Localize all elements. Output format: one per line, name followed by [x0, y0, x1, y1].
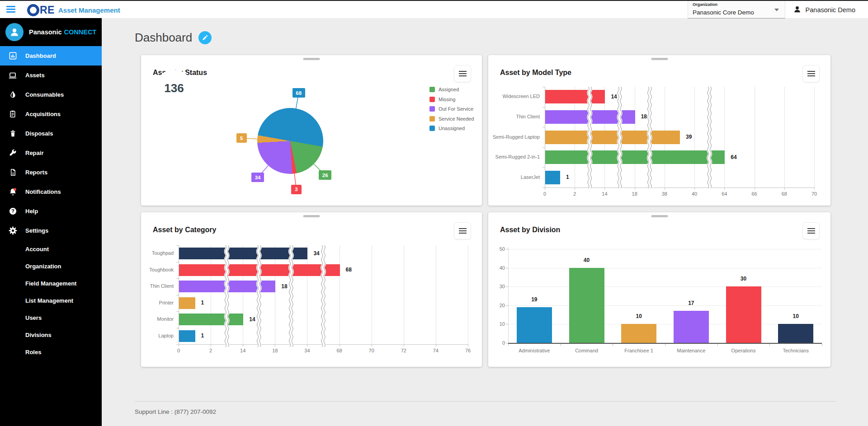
- bar-value-label: 1: [566, 174, 569, 180]
- sidebar-subitem-field-management[interactable]: Field Management: [0, 275, 102, 292]
- sidebar-item-acquisitions[interactable]: Acquisitions: [0, 104, 102, 124]
- asset-by-status-card: Asset by Status 13626334568AssignedMissi…: [141, 55, 482, 206]
- legend-swatch: [429, 126, 435, 131]
- bar-administrative[interactable]: [517, 307, 552, 343]
- sidebar-subitem-list-management[interactable]: List Management: [0, 292, 102, 309]
- bar-maintenance[interactable]: [674, 311, 709, 343]
- axis-tick: [542, 107, 545, 108]
- sidebar-item-reports[interactable]: Reports: [0, 163, 102, 182]
- bar-widescreen-led[interactable]: [545, 90, 605, 103]
- receipt-icon: [8, 110, 18, 119]
- bar-value-label: 18: [641, 113, 647, 120]
- bar-monitor[interactable]: [179, 314, 243, 325]
- bar-value-label: 14: [611, 94, 617, 100]
- x-axis-tick-label: 2: [204, 348, 217, 353]
- gridline: [372, 245, 372, 344]
- bar-operations[interactable]: [726, 286, 761, 343]
- gridline: [179, 245, 179, 344]
- category-label: Command: [562, 348, 612, 353]
- sidebar-item-dashboard[interactable]: Dashboard: [0, 46, 102, 66]
- axis-tick: [176, 262, 179, 262]
- sidebar-subitem-users[interactable]: Users: [0, 309, 102, 326]
- sidebar-subitem-account[interactable]: Account: [0, 240, 102, 257]
- bar-thin-client[interactable]: [179, 281, 275, 292]
- brand-suffix: CONNECT: [64, 28, 97, 36]
- sidebar-subitem-roles[interactable]: Roles: [0, 343, 102, 360]
- user-menu[interactable]: Panasonic Demo: [793, 1, 855, 19]
- laptop-icon: [8, 71, 18, 80]
- axis-tick: [613, 344, 613, 346]
- gridline: [724, 87, 725, 187]
- category-label: Thin Client: [490, 114, 540, 119]
- axis-tick: [176, 311, 179, 312]
- sidebar-item-consumables[interactable]: Consumables: [0, 85, 102, 104]
- y-axis-tick-label: 10: [491, 321, 505, 327]
- sidebar-item-settings[interactable]: Settings: [0, 221, 102, 240]
- chevron-down-icon: [774, 9, 779, 11]
- axis-tick: [176, 278, 179, 279]
- bar-value-label: 19: [525, 296, 543, 303]
- bar-franchisee-1[interactable]: [621, 324, 656, 343]
- category-label: LaserJet: [490, 174, 540, 180]
- bar-laserjet[interactable]: [545, 171, 560, 184]
- sidebar-subitem-organization[interactable]: Organization: [0, 257, 102, 275]
- bar-semi-rugged-laptop[interactable]: [545, 131, 680, 144]
- bar-value-label: 18: [281, 283, 287, 290]
- gridline: [694, 87, 695, 187]
- bar-value-label: 39: [686, 134, 692, 140]
- gridline: [275, 245, 275, 344]
- gridline: [404, 245, 404, 344]
- slice-value-label-out-for-service: 34: [251, 173, 264, 182]
- bar-value-label: 1: [201, 332, 204, 339]
- x-axis-tick-label: 18: [268, 348, 282, 353]
- donut-ring[interactable]: [257, 108, 323, 174]
- bar-laptop[interactable]: [179, 330, 195, 342]
- sidebar-item-assets[interactable]: Assets: [0, 66, 102, 85]
- donut-center-total: 136: [156, 70, 193, 107]
- sidebar-item-disposals[interactable]: Disposals: [0, 124, 102, 143]
- wrench-icon: [8, 149, 18, 158]
- bar-toughbook[interactable]: [179, 264, 340, 276]
- legend-item-assigned[interactable]: Assigned: [429, 86, 459, 93]
- asset-by-division-card: Asset by Division 0102030405019Administr…: [488, 212, 830, 367]
- bar-printer[interactable]: [179, 297, 195, 309]
- x-axis-tick-label: 38: [658, 191, 671, 197]
- edit-dashboard-button[interactable]: [198, 31, 212, 44]
- bar-command[interactable]: [569, 268, 604, 343]
- category-label: Semi-Rugged Laptop: [490, 134, 540, 140]
- core-logo-suffix: Asset Management: [58, 6, 120, 14]
- legend-item-out-for-service[interactable]: Out For Service: [429, 105, 473, 112]
- organization-select[interactable]: Organization Panasonic Core Demo: [688, 1, 785, 19]
- x-axis-tick-label: 34: [300, 348, 314, 353]
- gridline: [307, 245, 307, 344]
- category-label: Toughpad: [124, 250, 174, 256]
- help-icon: ?: [8, 207, 18, 216]
- x-axis-tick-label: 68: [333, 348, 346, 353]
- hamburger-menu-icon[interactable]: [6, 6, 16, 14]
- axis-tick: [176, 295, 179, 295]
- gridline: [243, 245, 243, 344]
- sidebar-item-notifications[interactable]: Notifications: [0, 182, 102, 201]
- legend-item-service-needed[interactable]: Service Needed: [429, 115, 474, 122]
- sidebar-item-help[interactable]: ?Help: [0, 201, 102, 221]
- gridline: [211, 245, 211, 344]
- bar-technicians[interactable]: [778, 324, 813, 343]
- axis-tick: [508, 344, 509, 346]
- footer-divider: [135, 401, 836, 402]
- legend-item-missing[interactable]: Missing: [429, 96, 455, 103]
- asset-by-category-card: Asset by Category 021418346870727476Toug…: [141, 212, 482, 367]
- sidebar: PanasonicCONNECT DashboardAssetsConsumab…: [0, 18, 102, 426]
- brand-name: Panasonic: [29, 28, 62, 36]
- bar-semi-rugged-2-in-1[interactable]: [545, 150, 725, 164]
- legend-item-unassigned[interactable]: Unassigned: [429, 125, 465, 132]
- bar-toughpad[interactable]: [179, 248, 307, 259]
- gridline: [784, 87, 785, 187]
- sidebar-item-repair[interactable]: Repair: [0, 143, 102, 163]
- legend-label: Unassigned: [439, 126, 465, 131]
- category-label: Operations: [719, 348, 769, 353]
- bar-thin-client[interactable]: [545, 110, 635, 124]
- axis-tick: [542, 127, 545, 127]
- sidebar-subitem-divisions[interactable]: Divisions: [0, 326, 102, 343]
- bar-value-label: 68: [346, 267, 352, 273]
- axis-tick: [176, 328, 179, 328]
